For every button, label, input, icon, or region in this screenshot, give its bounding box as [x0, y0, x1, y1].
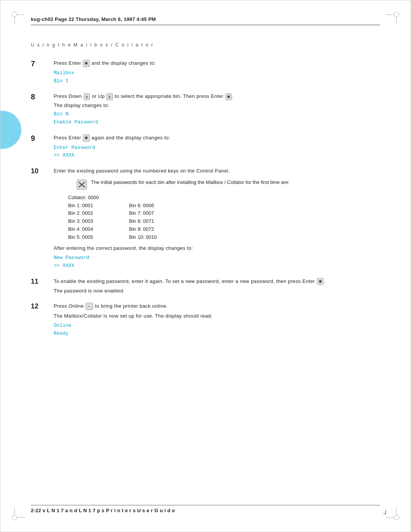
step-9-content: Press Enter ✱ again and the display chan…	[54, 134, 380, 160]
step-7-number: 7	[31, 59, 54, 68]
step-7-content: Press Enter ✱ and the display changes to…	[54, 59, 380, 85]
step-8-number: 8	[31, 93, 54, 101]
step-12-number: 12	[31, 302, 54, 310]
pwd-bin8: Bin 8: 0071	[129, 217, 190, 225]
step-12: 12 Press Online ← to bring the printer b…	[31, 302, 380, 338]
footer-text: 2-22 v L N 1 7 a n d L N 1 7 p s P r i n…	[31, 508, 175, 513]
online-key-12: ←	[86, 303, 93, 310]
step-12-code: OnlineReady	[54, 322, 380, 338]
section-label: U s i n g t h e M a i l b o x / C o l l …	[31, 42, 154, 48]
step-10-after-note: After entering the correct password, the…	[54, 244, 380, 252]
step-10-text: Enter the existing password using the nu…	[54, 168, 230, 174]
step-11-text: To enable the existing password, enter i…	[54, 278, 325, 284]
step-8-text: Press Down ∨ or Up ∧ to select the appro…	[54, 93, 234, 99]
corner-circle-tr	[394, 12, 399, 17]
step-9-code: Enter Password>> XXXX	[54, 144, 380, 160]
step-12-text: Press Online ← to bring the printer back…	[54, 303, 168, 309]
step-8: 8 Press Down ∨ or Up ∧ to select the app…	[31, 93, 380, 126]
step-7: 7 Press Enter ✱ and the display changes …	[31, 59, 380, 85]
corner-mark-tr	[388, 12, 399, 23]
note-text-10: The initial passwords for each bin after…	[91, 179, 290, 186]
enter-key-8: ✱	[225, 93, 232, 101]
page: ┘ kug-ch02 Page 22 Thursday, March 6, 19…	[0, 0, 411, 532]
pwd-bin6: Bin 6: 0006	[129, 202, 190, 210]
step-8-code: Bin NEnable Password	[54, 110, 380, 126]
step-12-content: Press Online ← to bring the printer back…	[54, 302, 380, 338]
note-icon-10	[76, 179, 87, 190]
header-text: kug-ch02 Page 22 Thursday, March 6, 1997…	[31, 16, 156, 22]
step-11-sub: The password is now enabled.	[54, 287, 380, 295]
corner-mark-tl	[12, 12, 23, 23]
bottom-right-corner-mark: ┘	[384, 510, 388, 517]
corner-mark-bl	[12, 509, 23, 520]
step-9: 9 Press Enter ✱ again and the display ch…	[31, 134, 380, 160]
enter-key-9: ✱	[83, 134, 89, 142]
pwd-bin9: Bin 9: 0072	[129, 225, 190, 233]
step-10-number: 10	[31, 167, 54, 175]
enter-key-11: ✱	[317, 278, 323, 285]
step-11: 11 To enable the existing password, ente…	[31, 278, 380, 295]
page-footer: 2-22 v L N 1 7 a n d L N 1 7 p s P r i n…	[31, 505, 380, 513]
pwd-row-3: Bin 3: 0003 Bin 8: 0071	[68, 217, 380, 225]
step-12-sub: The Mailbox/Collator is now set up for u…	[54, 312, 380, 320]
pwd-bin3: Bin 3: 0003	[68, 217, 129, 225]
step-7-code: MailboxBin 1	[54, 69, 380, 85]
up-key: ∧	[107, 93, 113, 101]
step-7-text: Press Enter ✱ and the display changes to…	[54, 60, 156, 66]
pwd-table: Collator: 0000 Bin 1: 0001 Bin 6: 0006 B…	[68, 194, 380, 241]
enter-key-7: ✱	[83, 60, 89, 67]
corner-circle-br	[394, 515, 399, 520]
pwd-bin7: Bin 7: 0007	[129, 209, 190, 217]
pwd-row-2: Bin 2: 0002 Bin 7: 0007	[68, 209, 380, 217]
step-8-display-change: The display changes to:	[54, 102, 380, 108]
step-9-number: 9	[31, 134, 54, 143]
step-9-text: Press Enter ✱ again and the display chan…	[54, 135, 170, 141]
pwd-row-1: Bin 1: 0001 Bin 6: 0006	[68, 202, 380, 210]
corner-mark-br	[388, 509, 399, 520]
content-area: 7 Press Enter ✱ and the display changes …	[31, 56, 380, 345]
step-10-content: Enter the existing password using the nu…	[54, 167, 380, 270]
pwd-bin2: Bin 2: 0002	[68, 209, 129, 217]
step-11-content: To enable the existing password, enter i…	[54, 278, 380, 295]
pwd-bin1: Bin 1: 0001	[68, 202, 129, 210]
step-8-content: Press Down ∨ or Up ∧ to select the appro…	[54, 93, 380, 126]
note-block-10: The initial passwords for each bin after…	[76, 179, 380, 190]
page-header: kug-ch02 Page 22 Thursday, March 6, 1997…	[31, 16, 380, 25]
step-10: 10 Enter the existing password using the…	[31, 167, 380, 270]
pwd-row-5: Bin 5: 0005 Bin 10: 0010	[68, 233, 380, 241]
pwd-bin4: Bin 4: 0004	[68, 225, 129, 233]
down-key: ∨	[84, 93, 90, 101]
step-10-code: New Password>> XXXX	[54, 254, 380, 270]
pwd-bin10: Bin 10: 0010	[129, 233, 190, 241]
pwd-row-4: Bin 4: 0004 Bin 9: 0072	[68, 225, 380, 233]
pwd-collator: Collator: 0000	[68, 194, 380, 202]
step-11-number: 11	[31, 278, 54, 286]
side-tab	[0, 111, 21, 149]
corner-circle-tl	[12, 12, 17, 17]
corner-circle-bl	[12, 515, 17, 520]
pwd-bin5: Bin 5: 0005	[68, 233, 129, 241]
